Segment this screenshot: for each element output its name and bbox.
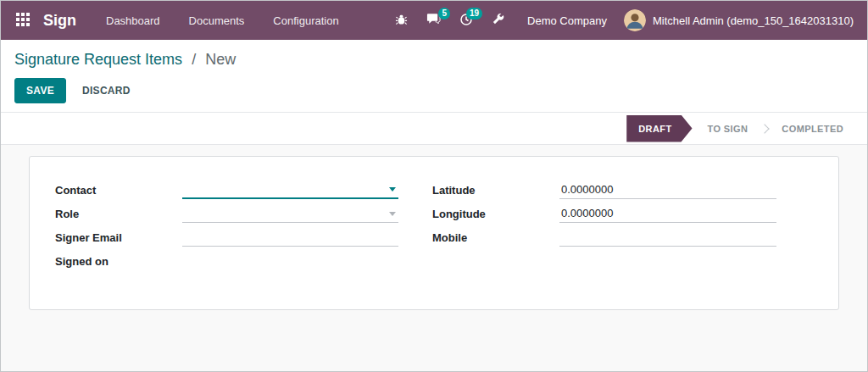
tools-icon: [492, 13, 504, 28]
menu-configuration[interactable]: Configuration: [259, 1, 353, 40]
sheet-background: Contact Role Signer Email: [1, 145, 867, 371]
field-row-mobile: Mobile: [432, 228, 813, 247]
field-row-longitude: Longitude: [432, 204, 813, 223]
apps-grid-icon: [16, 13, 30, 29]
form-right-column: Latitude Longitude Mobile: [432, 180, 813, 275]
navbar-left: Sign Dashboard Documents Configuration: [11, 1, 353, 40]
status-step-draft[interactable]: DRAFT: [626, 115, 692, 142]
page: Sign Dashboard Documents Configuration: [0, 0, 868, 372]
navbar-right: 5 19 Demo Company: [387, 8, 855, 34]
signed-on-label: Signed on: [55, 255, 182, 268]
breadcrumb-separator: /: [192, 51, 196, 68]
contact-label: Contact: [55, 184, 182, 197]
activities-button[interactable]: 19: [452, 8, 481, 34]
chevron-down-icon: [389, 212, 396, 216]
latitude-label: Latitude: [432, 184, 559, 197]
field-row-role: Role: [55, 204, 398, 223]
contact-select[interactable]: [182, 180, 398, 199]
avatar: [624, 9, 646, 31]
breadcrumb: Signature Request Items / New: [14, 48, 854, 70]
user-name: Mitchell Admin (demo_150_1642031310): [653, 14, 854, 27]
form-sheet: Contact Role Signer Email: [29, 156, 839, 310]
main-menu: Dashboard Documents Configuration: [92, 1, 353, 40]
mobile-input[interactable]: [559, 228, 776, 247]
tools-button[interactable]: [484, 8, 512, 33]
activities-badge: 19: [466, 8, 482, 19]
menu-dashboard[interactable]: Dashboard: [92, 1, 175, 40]
apps-menu-button[interactable]: [11, 9, 35, 32]
signed-on-value: [182, 252, 398, 270]
breadcrumb-current: New: [205, 51, 236, 68]
breadcrumb-parent[interactable]: Signature Request Items: [14, 51, 182, 68]
discard-button[interactable]: DISCARD: [71, 79, 142, 103]
status-step-to-sign[interactable]: TO SIGN: [698, 113, 759, 144]
user-menu[interactable]: Mitchell Admin (demo_150_1642031310): [622, 9, 855, 31]
status-step-completed[interactable]: COMPLETED: [771, 113, 854, 144]
form-grid: Contact Role Signer Email: [55, 180, 813, 275]
form-left-column: Contact Role Signer Email: [55, 180, 398, 275]
debug-button[interactable]: [387, 8, 415, 33]
statusbar-steps: DRAFT TO SIGN COMPLETED: [626, 113, 854, 144]
signer-email-input[interactable]: [182, 228, 398, 247]
top-navbar: Sign Dashboard Documents Configuration: [1, 1, 867, 40]
field-row-signer-email: Signer Email: [55, 228, 398, 247]
statusbar: DRAFT TO SIGN COMPLETED: [1, 113, 867, 145]
messages-badge: 5: [438, 8, 450, 19]
save-button[interactable]: SAVE: [14, 78, 66, 103]
messages-button[interactable]: 5: [419, 8, 448, 33]
company-switcher[interactable]: Demo Company: [515, 14, 619, 27]
latitude-input[interactable]: [559, 180, 776, 199]
app-name[interactable]: Sign: [43, 12, 76, 30]
field-row-latitude: Latitude: [432, 180, 813, 199]
menu-documents[interactable]: Documents: [175, 1, 259, 40]
chevron-down-icon: [389, 187, 396, 192]
field-row-contact: Contact: [55, 180, 398, 199]
longitude-label: Longitude: [432, 208, 559, 220]
field-row-signed-on: Signed on: [55, 252, 398, 270]
longitude-input[interactable]: [559, 204, 776, 223]
mobile-label: Mobile: [432, 231, 559, 244]
role-select[interactable]: [182, 204, 398, 223]
role-label: Role: [55, 208, 182, 220]
control-panel-buttons: SAVE DISCARD: [14, 78, 854, 103]
control-panel: Signature Request Items / New SAVE DISCA…: [1, 40, 867, 113]
signer-email-label: Signer Email: [55, 231, 182, 244]
chevron-right-icon: [760, 124, 770, 133]
debug-bug-icon: [395, 13, 408, 28]
